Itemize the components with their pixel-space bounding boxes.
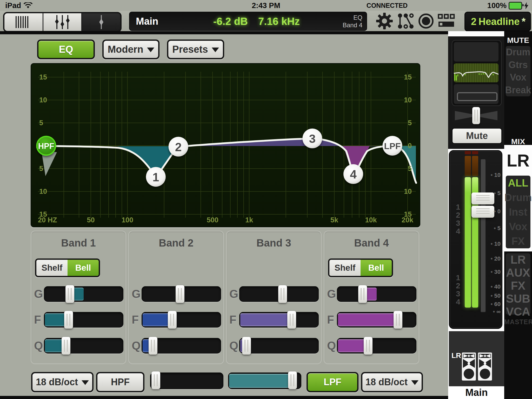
channel-name-label[interactable]: Main xyxy=(449,386,504,399)
band1-bell-option[interactable]: Bell xyxy=(68,260,99,276)
lpf-slope-dropdown[interactable]: 18 dB/oct xyxy=(361,372,423,392)
slider-handle[interactable] xyxy=(288,371,297,389)
svg-text:1k: 1k xyxy=(245,216,253,224)
slider-handle[interactable] xyxy=(287,311,296,329)
mute-group-drum[interactable]: Drum xyxy=(506,47,530,58)
eq-node-hpf[interactable]: HPF xyxy=(37,136,56,155)
band2-gain-slider[interactable] xyxy=(142,286,221,302)
band1-shelf-option[interactable]: Shelf xyxy=(36,260,68,276)
slider-handle[interactable] xyxy=(64,311,73,329)
slider-handle[interactable] xyxy=(358,285,367,303)
band4-shelf-bell-toggle[interactable]: Shelf Bell xyxy=(328,258,393,277)
band2-freq-slider[interactable] xyxy=(142,312,221,328)
view-group-vox[interactable]: Vox xyxy=(509,221,527,232)
slider-handle[interactable] xyxy=(242,337,251,355)
lpf-frequency-slider[interactable] xyxy=(228,373,301,389)
meter-channel-digits: 1234 xyxy=(456,203,460,235)
slider-handle[interactable] xyxy=(278,285,287,303)
slider-handle[interactable] xyxy=(168,311,177,329)
band1-gain-slider[interactable] xyxy=(44,286,123,302)
geq-thumbnail[interactable] xyxy=(454,84,498,104)
slider-handle[interactable] xyxy=(62,337,70,355)
view-overview-button[interactable] xyxy=(4,13,43,31)
band1-panel: Band 1 Shelf Bell G F Q xyxy=(31,231,126,364)
eq-presets-dropdown[interactable]: Presets xyxy=(167,39,224,59)
band2-q-slider[interactable] xyxy=(142,338,221,354)
master-fx[interactable]: FX xyxy=(511,279,525,292)
chevron-down-icon xyxy=(82,380,89,385)
view-channel-button[interactable] xyxy=(82,13,120,31)
slider-handle[interactable] xyxy=(364,337,373,355)
current-scene-button[interactable]: 2 Headline * xyxy=(464,12,531,31)
mute-group-vox[interactable]: Vox xyxy=(510,72,526,83)
view-group-all[interactable]: ALL xyxy=(508,177,528,189)
eq-graph[interactable]: 151510105500551010151520 HZ501005001k5k1… xyxy=(31,63,420,227)
slider-handle[interactable] xyxy=(394,311,402,329)
hpf-enable-button[interactable]: HPF xyxy=(96,372,144,392)
eq-node-lpf[interactable]: LPF xyxy=(383,136,402,156)
masters-header: MASTERS xyxy=(504,318,532,326)
band1-q-label: Q xyxy=(34,339,44,352)
mute-group-gtrs[interactable]: Gtrs xyxy=(508,59,528,70)
pan-handle[interactable] xyxy=(472,107,480,124)
hpf-frequency-slider[interactable] xyxy=(150,373,223,389)
selected-mix-tab[interactable]: LR ALL Drum Inst Vox FX xyxy=(504,145,532,251)
scene-modified-flag: * xyxy=(522,16,526,27)
master-lr[interactable]: LR xyxy=(510,253,526,266)
slider-handle[interactable] xyxy=(151,371,160,389)
routing-button[interactable] xyxy=(397,13,415,29)
band3-q-slider[interactable] xyxy=(239,338,319,354)
band1-freq-slider[interactable] xyxy=(44,312,123,328)
mute-group-break[interactable]: Break xyxy=(505,85,531,96)
fader-track[interactable] xyxy=(480,159,486,312)
band4-panel: Band 4 Shelf Bell G F Q xyxy=(324,231,419,364)
view-group-fx[interactable]: FX xyxy=(511,235,525,247)
channel-mute-button[interactable]: Mute xyxy=(452,128,502,144)
eq-node-4[interactable]: 4 xyxy=(343,164,363,184)
master-aux[interactable]: AUX xyxy=(506,266,530,279)
parameter-display: Main -6.2 dB 7.16 kHz EQ Band 4 xyxy=(129,12,367,31)
eq-style-dropdown[interactable]: Modern xyxy=(102,39,159,59)
slider-handle[interactable] xyxy=(176,285,184,303)
pan-control[interactable] xyxy=(452,108,501,123)
eq-node-3[interactable]: 3 xyxy=(302,129,322,148)
view-group-drum[interactable]: Drum xyxy=(504,192,531,203)
view-groups-panel: ALL Drum Inst Vox FX xyxy=(506,176,530,248)
input-thumbnail[interactable] xyxy=(454,42,498,62)
output-panel[interactable]: LR xyxy=(449,331,504,386)
master-vca[interactable]: VCA xyxy=(506,305,530,318)
fader-scale-tick: 10 xyxy=(489,172,501,178)
slider-handle[interactable] xyxy=(149,337,157,355)
eq-node-2[interactable]: 2 xyxy=(169,137,188,157)
fader-scale-tick: 5 xyxy=(489,190,501,197)
svg-text:HPF: HPF xyxy=(38,142,54,151)
view-group-inst[interactable]: Inst xyxy=(509,206,527,218)
band1-shelf-bell-toggle[interactable]: Shelf Bell xyxy=(35,258,100,277)
band4-q-slider[interactable] xyxy=(337,338,416,354)
fader-scale-tick: 30 xyxy=(489,269,501,275)
band3-gain-slider[interactable] xyxy=(239,286,319,302)
band4-freq-slider[interactable] xyxy=(337,312,416,328)
band4-shelf-option[interactable]: Shelf xyxy=(329,260,361,276)
eq-thumbnail[interactable] xyxy=(454,63,498,82)
settings-button[interactable] xyxy=(375,13,394,29)
record-button[interactable] xyxy=(417,13,435,29)
svg-text:10: 10 xyxy=(404,96,412,104)
shows-button[interactable] xyxy=(437,13,455,29)
app-screen: iPad 2:43 PM CONNECTED 100% xyxy=(0,0,532,399)
hpf-slope-dropdown[interactable]: 18 dB/oct xyxy=(31,372,94,392)
eq-enable-button[interactable]: EQ xyxy=(37,39,95,59)
band4-gain-slider[interactable] xyxy=(337,286,416,302)
view-mixer-button[interactable] xyxy=(43,13,82,31)
band3-freq-slider[interactable] xyxy=(239,312,319,328)
mixer-view-icon xyxy=(54,15,71,30)
lpf-enable-button[interactable]: LPF xyxy=(307,372,358,392)
slider-handle[interactable] xyxy=(65,285,74,303)
band1-q-slider[interactable] xyxy=(44,338,123,354)
connection-status: CONNECTED xyxy=(358,2,416,9)
fader-scale-tick: 60 xyxy=(489,301,501,308)
band4-bell-option[interactable]: Bell xyxy=(361,260,392,276)
status-bar: iPad 2:43 PM CONNECTED 100% xyxy=(0,0,532,11)
eq-node-1[interactable]: 1 xyxy=(146,167,166,187)
master-sub[interactable]: SUB xyxy=(506,292,530,305)
